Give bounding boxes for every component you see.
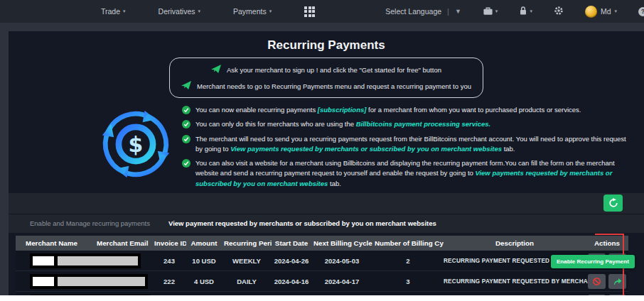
- check-circle-icon: [182, 120, 190, 128]
- top-navbar: Trade ▾ Derivatives ▾ Payments ▾ Select …: [0, 0, 644, 23]
- bullet-link[interactable]: View payments requested by merchants or …: [230, 145, 502, 153]
- chevron-down-icon: ▾: [198, 9, 201, 14]
- block-payment-button[interactable]: [588, 274, 606, 289]
- col-merchant-name: Merchant Name: [16, 236, 87, 251]
- block-payment-button[interactable]: [588, 295, 606, 295]
- payments-table-wrap: Merchant Name Merchant Email Invoice ID …: [16, 236, 628, 295]
- username-label: Md: [601, 7, 611, 16]
- nav-item-derivatives[interactable]: Derivatives ▾: [159, 7, 200, 16]
- check-circle-icon: [182, 135, 190, 143]
- refresh-history-button[interactable]: [603, 195, 623, 212]
- start-date-cell: 2024-04-26: [272, 251, 311, 271]
- feature-bullets: You can now enable recurring payments [s…: [182, 105, 644, 193]
- wallet-menu[interactable]: ▾: [483, 6, 498, 17]
- next-billing-cell: 2024-04-17: [311, 271, 372, 292]
- apps-grid-icon[interactable]: [304, 6, 315, 17]
- check-circle-icon: [182, 159, 190, 168]
- next-billing-cell: 2024-05-03: [311, 251, 372, 271]
- bullet-item: The merchant will need to send you a rec…: [182, 134, 634, 155]
- bullet-text: for a merchant from whom you want to pur…: [366, 106, 581, 114]
- bullet-item: You can now enable recurring payments [s…: [182, 105, 634, 115]
- table-toolbar: [9, 193, 644, 214]
- start-date-cell: 2024-04-16: [272, 271, 311, 292]
- merchant-redacted-cell: [16, 292, 152, 295]
- table-row: 102 4 USD DAILY 2024-01-16 2024-01-17 3 …: [16, 292, 628, 295]
- merchant-redacted-cell: [16, 271, 152, 292]
- security-menu[interactable]: ▾: [519, 6, 532, 17]
- history-refresh-icon: [608, 198, 618, 208]
- nav-item-payments[interactable]: Payments ▾: [233, 7, 272, 16]
- divider: |: [447, 7, 449, 16]
- bullet-item: You can also visit a website for a merch…: [182, 158, 634, 189]
- period-cell: DAILY: [222, 271, 272, 292]
- help-icon[interactable]: ?: [638, 7, 644, 16]
- gear-icon: [554, 6, 564, 17]
- col-description: Description: [444, 236, 586, 251]
- app-window: Trade ▾ Derivatives ▾ Payments ▾ Select …: [0, 0, 644, 301]
- instruction-text: Ask your merchant to sign up ! and click…: [227, 66, 441, 74]
- paper-plane-icon: [181, 81, 191, 91]
- col-next-billing: Next Billing Cycle Date: [311, 236, 372, 251]
- page-title: Recurring Payments: [9, 38, 644, 53]
- instruction-line: Ask your merchant to sign up ! and click…: [176, 65, 477, 75]
- amount-cell: 4 USD: [186, 292, 222, 295]
- cycles-cell: 2: [372, 251, 444, 271]
- bullet-link[interactable]: Billbitcoins payment processing services…: [356, 120, 491, 128]
- col-billing-cycles: Number of Billing Cycles: [372, 236, 444, 251]
- next-billing-cell: 2024-01-17: [311, 292, 372, 295]
- language-label: Select Language: [385, 7, 441, 16]
- actions-cell: [586, 292, 628, 295]
- language-selector[interactable]: Select Language | ▼: [385, 7, 461, 16]
- tab-view-requested[interactable]: View payment requested by merchants or s…: [168, 219, 436, 227]
- highlight-line-horizontal: [595, 234, 624, 235]
- check-circle-icon: [182, 106, 190, 114]
- bullet-item: You can only do this for merchants who a…: [182, 119, 634, 129]
- nav-item-label: Payments: [233, 7, 267, 16]
- lock-icon: [519, 6, 527, 17]
- nav-item-trade[interactable]: Trade ▾: [101, 7, 126, 16]
- merchant-redacted-cell: [16, 251, 152, 271]
- cycles-cell: 3: [372, 292, 444, 295]
- instruction-text: Merchant needs to go to Recurring Paymen…: [197, 82, 471, 90]
- nav-item-label: Trade: [101, 7, 120, 16]
- nav-item-label: Derivatives: [159, 7, 195, 16]
- recurring-dollar-icon: $: [98, 105, 173, 193]
- chevron-down-icon: ▾: [530, 9, 532, 14]
- table-row: 222 4 USD DAILY 2024-04-16 2024-04-17 3 …: [16, 271, 628, 292]
- settings-button[interactable]: [554, 6, 564, 17]
- period-cell: WEEKLY: [222, 251, 272, 271]
- tab-enable-manage[interactable]: Enable and Manage recurring payments: [30, 219, 150, 227]
- col-amount: Amount: [186, 236, 222, 251]
- invoice-id-cell: 102: [152, 292, 186, 295]
- bullet-text: You can now enable recurring payments: [195, 106, 318, 114]
- period-cell: DAILY: [222, 292, 272, 295]
- enable-recurring-tooltip: Enable Recurring Payment: [551, 255, 635, 268]
- instructions-box: Ask your merchant to sign up ! and click…: [169, 58, 483, 98]
- recurring-payments-panel: Recurring Payments Ask your merchant to …: [9, 31, 644, 295]
- col-start-date: Start Date: [272, 236, 311, 251]
- user-menu[interactable]: Md ▾: [585, 6, 617, 18]
- start-date-cell: 2024-01-16: [272, 292, 311, 295]
- description-cell: RECURRING PAYMENT REQUESTED BY MERCHANT: [444, 292, 586, 295]
- invoice-id-cell: 222: [152, 271, 186, 292]
- chevron-down-icon: ▾: [614, 9, 617, 14]
- chevron-down-icon: ▾: [495, 9, 498, 14]
- svg-text:$: $: [129, 132, 144, 157]
- invoice-id-cell: 243: [152, 251, 186, 271]
- chevron-down-icon: ▼: [455, 8, 461, 15]
- table-row: 243 10 USD WEEKLY 2024-04-26 2024-05-03 …: [16, 251, 628, 271]
- description-cell: RECURRING PAYMENT REQUESTED BY MERCHANT: [444, 271, 586, 292]
- block-icon: [592, 277, 601, 286]
- col-merchant-email: Merchant Email: [87, 236, 152, 251]
- bullet-text: tab.: [502, 145, 515, 153]
- paper-plane-icon: [211, 65, 221, 75]
- info-section: $ You can now enable recurring payments …: [9, 105, 644, 193]
- table-header-row: Merchant Name Merchant Email Invoice ID …: [16, 236, 628, 251]
- payments-tabs: Enable and Manage recurring payments Vie…: [9, 214, 644, 233]
- payments-table: Merchant Name Merchant Email Invoice ID …: [16, 236, 628, 295]
- bullet-link[interactable]: [subscriptions]: [318, 106, 367, 114]
- navbar-right-group: Select Language | ▼ ▾ ▾: [385, 6, 644, 18]
- actions-cell: [586, 271, 628, 292]
- amount-cell: 4 USD: [186, 271, 222, 292]
- chevron-down-icon: ▾: [123, 9, 126, 14]
